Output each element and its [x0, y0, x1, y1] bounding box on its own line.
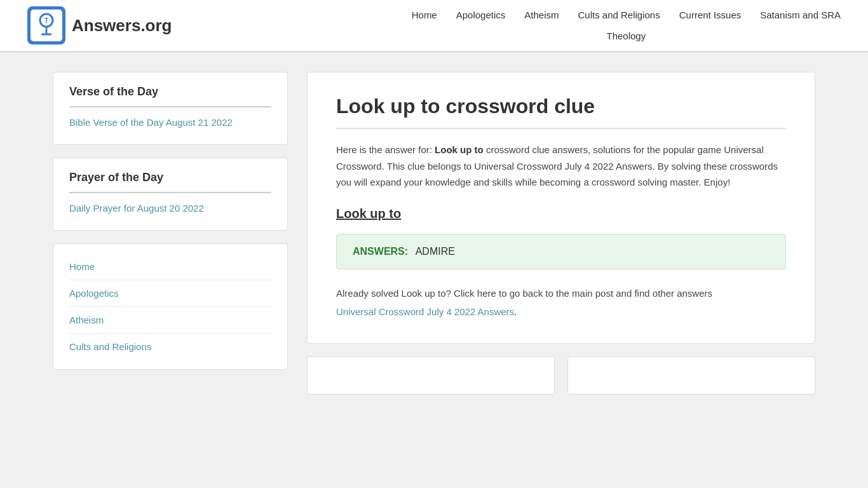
prayer-card-title: Prayer of the Day — [69, 171, 271, 193]
crossword-link[interactable]: Universal Crossword July 4 2022 Answers — [336, 306, 514, 317]
intro-paragraph: Here is the answer for: Look up to cross… — [336, 142, 786, 191]
verse-link[interactable]: Bible Verse of the Day August 21 2022 — [69, 117, 233, 128]
answers-label: ANSWERS: — [353, 246, 408, 257]
nav-bottom-link-0[interactable]: Theology — [606, 30, 646, 41]
nav-bottom: Theology — [606, 25, 646, 46]
solved-text-content: Already solved Look up to? Click here to… — [336, 288, 712, 299]
sidebar-nav: Home Apologetics Atheism Cults and Relig… — [53, 243, 288, 370]
solved-text: Already solved Look up to? Click here to… — [336, 285, 786, 302]
prayer-link[interactable]: Daily Prayer for August 20 2022 — [69, 203, 204, 214]
verse-card: Verse of the Day Bible Verse of the Day … — [53, 72, 288, 145]
answers-value: ADMIRE — [416, 246, 455, 257]
main-content-card: Look up to crossword clue Here is the an… — [307, 72, 815, 344]
page-title: Look up to crossword clue — [336, 95, 786, 129]
logo-area: T Answers.org — [27, 0, 172, 51]
solved-link-line: Universal Crossword July 4 2022 Answers. — [336, 306, 786, 318]
sidebar-item-cults: Cults and Religions — [69, 334, 271, 360]
sidebar-link-cults[interactable]: Cults and Religions — [69, 341, 151, 352]
site-logo-text[interactable]: Answers.org — [72, 16, 172, 36]
svg-text:T: T — [44, 17, 48, 24]
sidebar-item-home: Home — [69, 254, 271, 280]
sidebar-item-atheism: Atheism — [69, 307, 271, 334]
clue-heading[interactable]: Look up to — [336, 207, 401, 221]
sidebar-link-atheism[interactable]: Atheism — [69, 315, 104, 325]
nav-top-link-5[interactable]: Satanism and SRA — [760, 10, 841, 20]
nav-top-link-4[interactable]: Current Issues — [679, 10, 742, 20]
bottom-cards — [307, 356, 815, 395]
period: . — [514, 306, 517, 317]
nav-top-link-0[interactable]: Home — [412, 10, 437, 20]
nav-top-link-2[interactable]: Atheism — [524, 10, 559, 20]
prayer-card: Prayer of the Day Daily Prayer for Augus… — [53, 158, 288, 231]
sidebar: Verse of the Day Bible Verse of the Day … — [53, 72, 288, 395]
bottom-card-right — [567, 356, 815, 395]
sidebar-link-home[interactable]: Home — [69, 261, 95, 272]
header: T Answers.org HomeApologeticsAtheismCult… — [0, 0, 868, 53]
verse-card-title: Verse of the Day — [69, 85, 271, 107]
nav-top-link-3[interactable]: Cults and Religions — [578, 10, 660, 20]
nav-area: HomeApologeticsAtheismCults and Religion… — [412, 4, 841, 46]
nav-top-link-1[interactable]: Apologetics — [456, 10, 506, 20]
answer-box: ANSWERS: ADMIRE — [336, 234, 786, 269]
main-content: Look up to crossword clue Here is the an… — [307, 72, 815, 395]
intro-text-1: Here is the answer for: — [336, 144, 432, 155]
clue-bold: Look up to — [435, 144, 484, 155]
bottom-card-left — [307, 356, 555, 395]
main-container: Verse of the Day Bible Verse of the Day … — [27, 53, 841, 414]
sidebar-item-apologetics: Apologetics — [69, 280, 271, 307]
nav-top: HomeApologeticsAtheismCults and Religion… — [412, 4, 841, 25]
sidebar-link-apologetics[interactable]: Apologetics — [69, 288, 119, 299]
logo-icon: T — [27, 6, 65, 44]
